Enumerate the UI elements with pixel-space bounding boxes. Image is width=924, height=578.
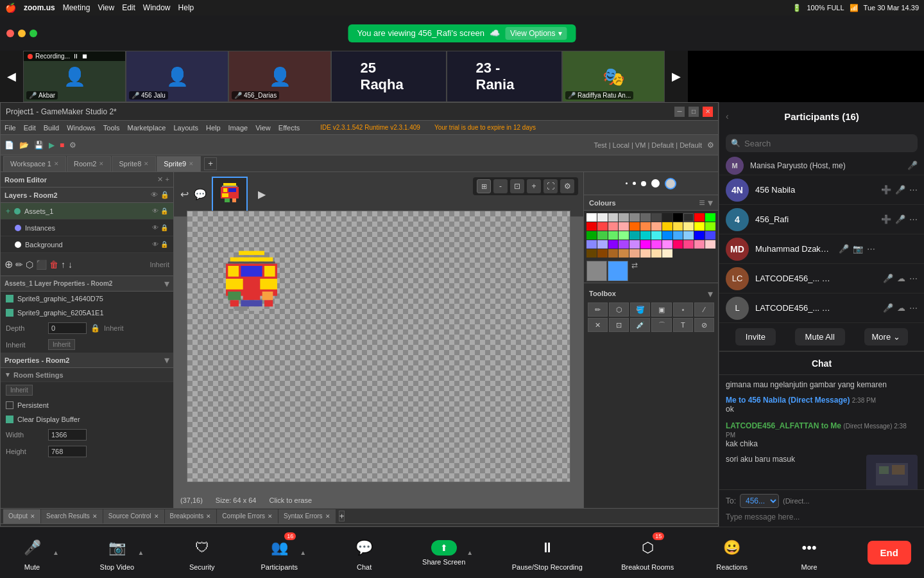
size-1-dot[interactable] <box>626 182 628 184</box>
color-br2[interactable] <box>597 249 608 258</box>
tool-dropper[interactable]: 💉 <box>630 318 650 332</box>
color-br4[interactable] <box>619 249 629 258</box>
color-o3[interactable] <box>651 222 662 231</box>
invite-button[interactable]: Invite <box>735 328 776 346</box>
participant-tile-darias[interactable]: 👤 🎤 456_Darias <box>228 51 331 102</box>
output-tab-syntax[interactable]: Syntax Errors ✕ <box>278 509 336 523</box>
gm-toolbar-run-icon[interactable]: ▶ <box>49 141 55 150</box>
chat-type-input[interactable] <box>726 511 918 523</box>
clear-display-checkbox[interactable] <box>6 416 13 423</box>
participants-caret[interactable]: ▲ <box>300 549 306 556</box>
gm-menu-file[interactable]: File <box>4 124 16 132</box>
strip-prev-button[interactable]: ◀ <box>0 51 23 102</box>
tool-movelayer-down[interactable]: ↓ <box>68 259 73 270</box>
color-p2[interactable] <box>619 240 629 249</box>
more-icon-latcode2[interactable]: ⋯ <box>909 303 918 313</box>
search-input[interactable] <box>744 139 912 148</box>
share-screen-item[interactable]: ⬆ Share Screen <box>422 540 465 566</box>
menu-view[interactable]: View <box>98 3 114 12</box>
cloud-icon-latcode1[interactable]: ☁ <box>897 274 905 283</box>
gm-canvas-area[interactable]: ↩ 💬 <box>174 172 583 508</box>
strip-next-button[interactable]: ▶ <box>665 51 688 102</box>
color-b1[interactable] <box>694 231 705 240</box>
gm-settings-icon2[interactable]: ⚙ <box>707 141 714 150</box>
add-icon-rafi[interactable]: ➕ <box>881 215 891 224</box>
compile-tab-close[interactable]: ✕ <box>268 513 273 520</box>
syntax-tab-close[interactable]: ✕ <box>325 513 330 520</box>
play-icon[interactable]: ▶ <box>258 188 266 200</box>
color-o2[interactable] <box>640 222 651 231</box>
tool-movelayer[interactable]: ↑ <box>61 259 65 270</box>
color-r2[interactable] <box>597 222 608 231</box>
gm-menu-marketplace[interactable]: Marketplace <box>127 124 166 132</box>
menu-edit[interactable]: Edit <box>122 3 135 12</box>
gm-menu-tools[interactable]: Tools <box>103 124 120 132</box>
add-icon-nabila[interactable]: ➕ <box>881 185 891 195</box>
layer-assets[interactable]: + Assets_1 👁 🔒 <box>1 203 173 220</box>
tool-eraser3[interactable]: ✕ <box>588 318 608 332</box>
color-br5[interactable] <box>629 249 640 258</box>
primary-color-swatch[interactable] <box>586 261 607 281</box>
breakout-item[interactable]: ⬡ 15 Breakout Rooms <box>621 535 674 571</box>
color-br7[interactable] <box>651 249 662 258</box>
mute-icon-manisa[interactable]: 🎤 <box>907 161 918 170</box>
menu-help[interactable]: Help <box>178 3 194 12</box>
output-close[interactable]: ✕ <box>30 513 35 520</box>
fullscreen-button[interactable] <box>30 30 37 37</box>
cloud-icon-latcode2[interactable]: ☁ <box>897 303 905 313</box>
gm-tab-sprite8[interactable]: Sprite8 ✕ <box>112 156 156 171</box>
lock-icon[interactable]: 🔒 <box>160 191 169 199</box>
close-icon[interactable]: ✕ <box>157 175 163 184</box>
tool-brush[interactable]: ✏ <box>15 259 23 270</box>
secondary-color-swatch[interactable] <box>608 261 628 281</box>
color-lightgray1[interactable] <box>597 213 608 222</box>
gm-tab-sprite9[interactable]: Sprite9 ✕ <box>157 156 201 171</box>
tool-curve[interactable]: ⌒ <box>651 318 671 332</box>
gm-menu-image[interactable]: Image <box>228 124 248 132</box>
gm-window-controls[interactable]: ─ □ ✕ <box>674 107 713 117</box>
color-darkgray1[interactable] <box>651 213 662 222</box>
color-r3[interactable] <box>608 222 619 231</box>
participant-row-rafi[interactable]: 4 456_Rafi ➕ 🎤 ⋯ <box>719 205 924 234</box>
color-g4[interactable] <box>619 231 629 240</box>
color-pk3[interactable] <box>694 240 705 249</box>
color-lb2[interactable] <box>673 231 683 240</box>
inherit-depth-label[interactable]: Inherit <box>104 324 124 332</box>
search-box[interactable]: 🔍 <box>726 134 918 152</box>
color-p3[interactable] <box>629 240 640 249</box>
participant-tile-jalu[interactable]: 👤 🎤 456 Jalu <box>126 51 228 102</box>
eye-icon[interactable]: 👁 <box>151 191 158 199</box>
zoom-in-button[interactable]: + <box>527 179 541 193</box>
color-y2[interactable] <box>673 222 683 231</box>
mute-icon-nabila[interactable]: 🎤 <box>895 185 905 195</box>
depth-input[interactable] <box>48 322 87 334</box>
apple-icon[interactable]: 🍎 <box>5 3 16 13</box>
color-darkgray2[interactable] <box>662 213 672 222</box>
output-tab-output[interactable]: Output ✕ <box>3 509 40 523</box>
mute-icon-rafi[interactable]: 🎤 <box>895 215 905 224</box>
sprite-frame-0[interactable] <box>212 177 248 213</box>
canvas-checkerboard[interactable] <box>187 211 570 482</box>
color-pk2[interactable] <box>683 240 694 249</box>
breakpoints-tab-close[interactable]: ✕ <box>206 513 211 520</box>
output-tab-source[interactable]: Source Control ✕ <box>103 509 164 523</box>
color-br3[interactable] <box>608 249 619 258</box>
color-gray1[interactable] <box>619 213 629 222</box>
share-screen-caret[interactable]: ▲ <box>466 549 473 556</box>
gm-new-tab-button[interactable]: + <box>204 157 217 170</box>
color-lb3[interactable] <box>683 231 694 240</box>
tool-eraser[interactable]: ⬡ <box>26 259 33 270</box>
add-icon[interactable]: + <box>166 175 169 184</box>
room-inherit-button[interactable]: Inherit <box>6 385 33 396</box>
gm-menu-windows[interactable]: Windows <box>67 124 96 132</box>
color-m2[interactable] <box>651 240 662 249</box>
gm-toolbar-file-icon[interactable]: 📄 <box>4 141 14 150</box>
persistent-checkbox[interactable] <box>6 401 13 409</box>
gm-tab-sprite8-close[interactable]: ✕ <box>144 161 149 167</box>
participant-row-nabila[interactable]: 4N 456 Nabila ➕ 🎤 ⋯ <box>719 175 924 205</box>
gm-menu-effects[interactable]: Effects <box>278 124 300 132</box>
traffic-lights[interactable] <box>6 30 37 37</box>
tool-select-magic[interactable]: ⋆ <box>673 302 693 317</box>
gm-tab-room2[interactable]: Room2 ✕ <box>67 156 111 171</box>
color-y3[interactable] <box>683 222 694 231</box>
